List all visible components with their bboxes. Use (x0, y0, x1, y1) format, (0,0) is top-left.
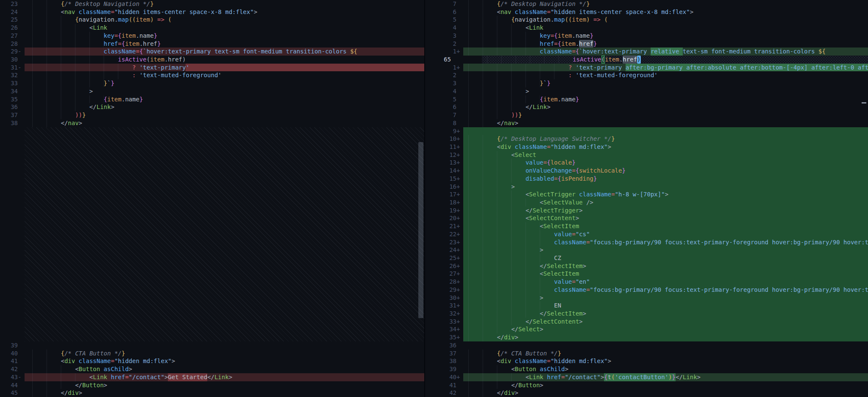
code-line[interactable]: 65 isActive(item.href) (425, 56, 868, 64)
code-text[interactable]: {item.name} (463, 95, 868, 103)
code-line[interactable]: 44 </Button> (0, 381, 424, 389)
line-number[interactable]: 2 (425, 40, 456, 48)
code-text[interactable]: EN (463, 302, 868, 310)
code-text[interactable]: </nav> (463, 119, 868, 127)
code-line[interactable]: 38 </nav> (0, 119, 424, 127)
line-number[interactable]: 34 (0, 87, 18, 95)
code-line[interactable]: 6 </Link> (425, 103, 868, 111)
code-text[interactable]: <Link (463, 24, 868, 32)
code-text[interactable]: </SelectItem> (463, 310, 868, 318)
line-number[interactable]: 40 (0, 349, 18, 358)
code-text[interactable]: </Button> (463, 381, 868, 389)
code-text[interactable]: > (463, 246, 868, 254)
code-text[interactable]: {item.name} (25, 95, 424, 103)
code-text[interactable]: <Select (463, 151, 868, 159)
line-number[interactable]: 37 (425, 349, 456, 358)
code-text[interactable]: <SelectValue /> (463, 198, 868, 207)
code-text[interactable]: disabled={isPending} (463, 175, 868, 183)
line-number[interactable]: 3 (425, 79, 456, 87)
code-line[interactable]: 31+ EN (425, 302, 868, 310)
line-number[interactable]: 27 (425, 270, 456, 278)
line-number[interactable]: 30 (425, 294, 456, 302)
code-text[interactable]: </Select> (463, 325, 868, 333)
code-text[interactable]: <Link href="/contact">Get Started</Link> (25, 373, 424, 381)
code-line[interactable]: 34+ </Select> (425, 325, 868, 333)
line-number[interactable]: 25 (425, 254, 456, 262)
code-line[interactable]: 31- ? 'text-primary' (0, 64, 424, 72)
code-line[interactable]: 36 </Link> (0, 103, 424, 111)
code-line[interactable]: 42 </div> (425, 389, 868, 397)
code-text[interactable]: className={`hover:text-primary relative … (463, 48, 868, 56)
code-line[interactable]: 3 }`} (425, 79, 868, 87)
line-number[interactable]: 24 (0, 8, 18, 16)
code-line[interactable]: 11+ <div className="hidden md:flex"> (425, 143, 868, 151)
line-number[interactable]: 42 (0, 365, 18, 373)
code-text[interactable]: isActive(item.href) (482, 56, 868, 64)
code-line[interactable]: 2 : 'text-muted-foreground' (425, 71, 868, 79)
code-line[interactable]: 37 ))} (0, 111, 424, 119)
code-line[interactable]: 29- className={`hover:text-primary text-… (0, 48, 424, 56)
code-line[interactable]: 2 href={item.href} (425, 40, 868, 48)
line-number[interactable]: 29 (0, 48, 18, 56)
code-text[interactable]: > (463, 87, 868, 95)
code-text[interactable]: CZ (463, 254, 868, 262)
code-line[interactable]: 23+ className="focus:bg-primary/90 focus… (425, 238, 868, 246)
line-number[interactable]: 35 (425, 333, 456, 341)
code-text[interactable]: </SelectContent> (463, 318, 868, 326)
code-text[interactable]: {/* CTA Button */} (463, 349, 868, 358)
line-number[interactable]: 7 (425, 111, 456, 119)
code-line[interactable]: 24+ > (425, 246, 868, 254)
code-line[interactable]: 16+ > (425, 183, 868, 191)
code-text[interactable]: <div className="hidden md:flex"> (463, 143, 868, 151)
line-number[interactable]: 6 (425, 8, 456, 16)
line-number[interactable]: 24 (425, 246, 456, 254)
code-text[interactable]: ? 'text-primary' (25, 64, 424, 72)
code-line[interactable]: 38 <div className="hidden md:flex"> (425, 357, 868, 365)
code-line[interactable]: 33 }`} (0, 79, 424, 87)
code-text[interactable]: </Link> (463, 103, 868, 111)
line-number[interactable]: 39 (0, 341, 18, 349)
line-number[interactable]: 28 (0, 40, 18, 48)
line-number[interactable]: 9 (425, 127, 456, 135)
line-number[interactable]: 31 (0, 64, 18, 72)
code-line[interactable]: 39 (0, 341, 424, 349)
code-text[interactable]: className="focus:bg-primary/90 focus:tex… (463, 238, 868, 246)
code-line[interactable]: 28+ value="en" (425, 278, 868, 286)
code-text[interactable]: className={`hover:text-primary text-sm f… (25, 48, 424, 56)
line-number[interactable]: 38 (425, 357, 456, 365)
line-number[interactable]: 11 (425, 143, 456, 151)
line-number[interactable]: 18 (425, 198, 456, 207)
line-number[interactable]: 30 (0, 56, 18, 64)
code-text[interactable]: <SelectItem (463, 222, 868, 230)
line-number[interactable]: 41 (425, 381, 456, 389)
line-number[interactable]: 17 (425, 190, 456, 198)
code-text[interactable]: </SelectTrigger> (463, 207, 868, 215)
code-text[interactable]: key={item.name} (463, 32, 868, 40)
line-number[interactable]: 23 (425, 238, 456, 246)
code-line[interactable]: 32+ </SelectItem> (425, 310, 868, 318)
line-number[interactable]: 22 (425, 230, 456, 238)
code-line[interactable]: 33+ </SelectContent> (425, 318, 868, 326)
line-number[interactable]: 3 (425, 32, 456, 40)
line-number[interactable]: 31 (425, 302, 456, 310)
line-number[interactable]: 21 (425, 222, 456, 230)
code-text[interactable]: : 'text-muted-foreground' (25, 71, 424, 79)
code-line[interactable]: 7 ))} (425, 111, 868, 119)
code-text[interactable]: }`} (463, 79, 868, 87)
code-line[interactable]: 41 <div className="hidden md:flex"> (0, 357, 424, 365)
line-number[interactable]: 45 (0, 389, 18, 397)
line-number[interactable]: 23 (0, 0, 18, 8)
code-line[interactable]: 7 {/* Desktop Navigation */} (425, 0, 868, 8)
line-number[interactable]: 29 (425, 286, 456, 294)
line-number[interactable]: 5 (425, 95, 456, 103)
code-line[interactable]: 37 {/* CTA Button */} (425, 349, 868, 358)
code-line[interactable]: 14+ onValueChange={switchLocale} (425, 167, 868, 175)
code-line[interactable]: 22+ value="cs" (425, 230, 868, 238)
code-line[interactable]: 1+ ? 'text-primary after:bg-primary afte… (425, 64, 868, 72)
code-text[interactable]: <nav className="hidden items-center spac… (25, 8, 424, 16)
code-line[interactable]: 30 isActive(item.href) (0, 56, 424, 64)
code-line[interactable]: 29+ className="focus:bg-primary/90 focus… (425, 286, 868, 294)
line-number[interactable]: 35 (0, 95, 18, 103)
line-number[interactable]: 13 (425, 159, 456, 167)
line-number[interactable]: 43 (0, 373, 18, 381)
